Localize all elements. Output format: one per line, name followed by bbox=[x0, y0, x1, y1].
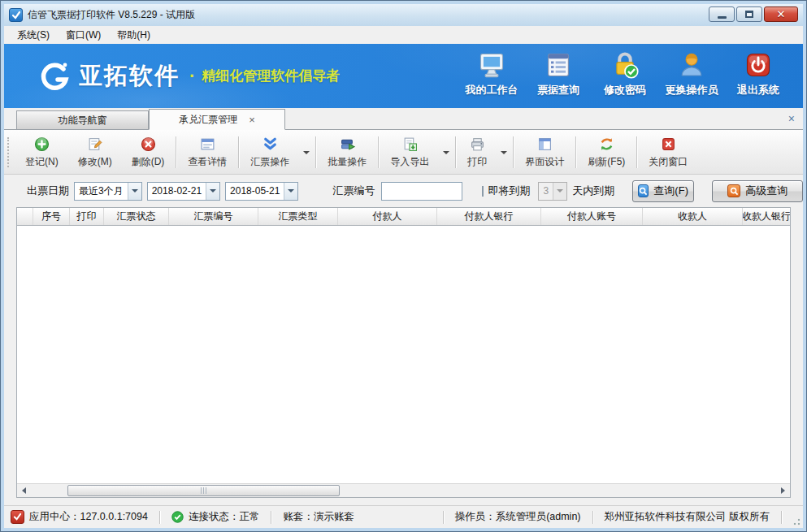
close-button[interactable]: ✕ bbox=[764, 6, 798, 22]
status-separator bbox=[159, 511, 160, 524]
combo-arrow-button[interactable] bbox=[284, 183, 297, 200]
column-header-payer-bank[interactable]: 付款人银行 bbox=[437, 208, 541, 225]
tabstrip-close-icon[interactable]: × bbox=[788, 112, 795, 125]
column-header-payee[interactable]: 收款人 bbox=[643, 208, 743, 225]
advanced-search-button[interactable]: 高级查询 bbox=[712, 180, 803, 202]
tab-label: 功能导航窗 bbox=[59, 114, 107, 128]
tab-draft-management[interactable]: 承兑汇票管理 × bbox=[149, 109, 285, 130]
refresh-button[interactable]: 刷新(F5) bbox=[578, 132, 635, 172]
bill-actions-dropdown[interactable] bbox=[299, 132, 314, 172]
menu-bar: 系统(S) 窗口(W) 帮助(H) bbox=[4, 26, 803, 44]
column-header-seq[interactable]: 序号 bbox=[33, 208, 70, 225]
banner-action-workbench[interactable]: 我的工作台 bbox=[458, 50, 525, 97]
menu-help[interactable]: 帮助(H) bbox=[109, 26, 158, 45]
banner-action-bill-query[interactable]: 票据查询 bbox=[525, 50, 592, 97]
brand-slogan: 精细化管理软件倡导者 bbox=[202, 67, 340, 85]
delete-icon bbox=[141, 136, 156, 152]
status-bar: 应用中心：127.0.0.1:7094 连接状态：正常 账套：演示账套 操作员：… bbox=[4, 505, 803, 528]
banner-action-exit[interactable]: 退出系统 bbox=[725, 50, 792, 97]
resize-grip[interactable] bbox=[791, 516, 800, 526]
window-title: 信管飞票据打印软件 V8.5.229 - 试用版 bbox=[28, 8, 195, 22]
brand-banner: 亚拓软件 · 精细化管理软件倡导者 我的工作台 bbox=[4, 44, 803, 108]
tab-nav-window[interactable]: 功能导航窗 bbox=[16, 110, 149, 129]
menu-window[interactable]: 窗口(W) bbox=[58, 26, 109, 45]
due-days-select[interactable]: 3 bbox=[538, 182, 567, 201]
toolbar-button-label: 刷新(F5) bbox=[588, 155, 625, 169]
print-button[interactable]: 打印 bbox=[458, 132, 497, 172]
change-password-lock-icon bbox=[610, 50, 640, 80]
menu-system[interactable]: 系统(S) bbox=[9, 26, 58, 45]
tab-label: 承兑汇票管理 bbox=[179, 113, 237, 127]
view-detail-button[interactable]: 查看详情 bbox=[178, 132, 236, 172]
grid-body-empty[interactable] bbox=[17, 226, 790, 483]
column-header-status[interactable]: 汇票状态 bbox=[104, 208, 169, 225]
chevron-down-icon bbox=[288, 189, 294, 192]
date-range-select[interactable]: 最近3个月 bbox=[74, 182, 142, 201]
column-header-payee-bank[interactable]: 收款人银行 bbox=[743, 208, 790, 225]
status-separator bbox=[271, 511, 271, 524]
bill-number-label: 汇票编号 bbox=[332, 184, 375, 198]
app-center-status: 应用中心：127.0.0.1:7094 bbox=[11, 510, 148, 524]
chevron-down-icon bbox=[443, 151, 449, 154]
copyright-text: 郑州亚拓软件科技有限公司 版权所有 bbox=[605, 510, 770, 524]
scroll-right-button[interactable] bbox=[776, 484, 790, 497]
banner-action-label: 修改密码 bbox=[604, 83, 646, 97]
print-dropdown[interactable] bbox=[497, 132, 511, 172]
toolbar-button-label: 登记(N) bbox=[25, 155, 59, 169]
toolbar-separator bbox=[378, 136, 379, 168]
window-frame: 信管飞票据打印软件 V8.5.229 - 试用版 ✕ 系统(S) 窗口(W) 帮… bbox=[2, 2, 805, 530]
chevron-down-icon bbox=[132, 189, 138, 192]
combo-arrow-button[interactable] bbox=[128, 183, 141, 200]
toolbar-button-label: 修改(M) bbox=[78, 155, 112, 169]
banner-action-switch-operator[interactable]: 更换操作员 bbox=[658, 50, 725, 97]
close-window-button[interactable]: 关闭窗口 bbox=[639, 132, 697, 172]
date-to-select[interactable]: 2018-05-21 bbox=[225, 182, 298, 201]
tab-strip: 功能导航窗 承兑汇票管理 × × bbox=[4, 108, 803, 130]
column-header-print[interactable]: 打印 bbox=[70, 208, 104, 225]
due-soon-checkbox[interactable] bbox=[482, 186, 484, 197]
horizontal-scrollbar[interactable] bbox=[17, 483, 790, 497]
delete-button[interactable]: 删除(D) bbox=[122, 132, 175, 172]
scrollbar-track[interactable] bbox=[31, 484, 776, 497]
toolbar-separator bbox=[455, 136, 456, 168]
toolbar-button-label: 关闭窗口 bbox=[649, 155, 688, 169]
minimize-button[interactable] bbox=[709, 6, 735, 22]
toolbar-separator bbox=[238, 136, 239, 168]
connection-text: 连接状态：正常 bbox=[189, 510, 260, 524]
bill-actions-button[interactable]: 汇票操作 bbox=[241, 132, 299, 172]
app-center-text: 应用中心：127.0.0.1:7094 bbox=[29, 510, 148, 524]
switch-operator-user-icon bbox=[677, 50, 706, 80]
toolbar-button-label: 汇票操作 bbox=[250, 155, 289, 169]
operator-text: 操作员：系统管理员(admin) bbox=[455, 510, 581, 524]
column-header-bill-type[interactable]: 汇票类型 bbox=[258, 208, 338, 225]
batch-actions-icon bbox=[340, 136, 355, 152]
bill-number-input[interactable] bbox=[381, 182, 462, 201]
toolbar-button-label: 打印 bbox=[467, 155, 487, 169]
edit-icon bbox=[87, 136, 102, 152]
date-to-value: 2018-05-21 bbox=[226, 185, 284, 197]
brand-name: 亚拓软件 bbox=[79, 60, 180, 93]
import-export-dropdown[interactable] bbox=[439, 132, 453, 172]
scroll-left-button[interactable] bbox=[17, 484, 31, 497]
import-export-button[interactable]: 导入导出 bbox=[380, 132, 439, 172]
toolbar-button-label: 导入导出 bbox=[390, 155, 429, 169]
column-header-payer[interactable]: 付款人 bbox=[338, 208, 437, 225]
brand-logo-icon bbox=[37, 59, 71, 93]
date-from-select[interactable]: 2018-02-21 bbox=[147, 182, 220, 201]
modify-button[interactable]: 修改(M) bbox=[68, 132, 122, 172]
register-button[interactable]: 登记(N) bbox=[15, 132, 68, 172]
ui-design-button[interactable]: 界面设计 bbox=[515, 132, 574, 172]
batch-actions-button[interactable]: 批量操作 bbox=[318, 132, 376, 172]
maximize-button[interactable] bbox=[736, 6, 762, 22]
tab-close-icon[interactable]: × bbox=[249, 115, 255, 125]
search-button[interactable]: 查询(F) bbox=[632, 180, 694, 202]
banner-action-change-password[interactable]: 修改密码 bbox=[592, 50, 658, 97]
connection-status: 连接状态：正常 bbox=[171, 510, 260, 524]
scrollbar-thumb[interactable] bbox=[67, 485, 340, 496]
column-header-payer-account[interactable]: 付款人账号 bbox=[541, 208, 643, 225]
column-header-bill-no[interactable]: 汇票编号 bbox=[169, 208, 258, 225]
combo-arrow-button[interactable] bbox=[206, 183, 219, 200]
toolbar-grip[interactable] bbox=[7, 137, 13, 167]
grid-panel: 序号 打印 汇票状态 汇票编号 汇票类型 付款人 付款人银行 付款人账号 收款人… bbox=[4, 207, 803, 501]
title-bar: 信管飞票据打印软件 V8.5.229 - 试用版 ✕ bbox=[4, 4, 803, 26]
